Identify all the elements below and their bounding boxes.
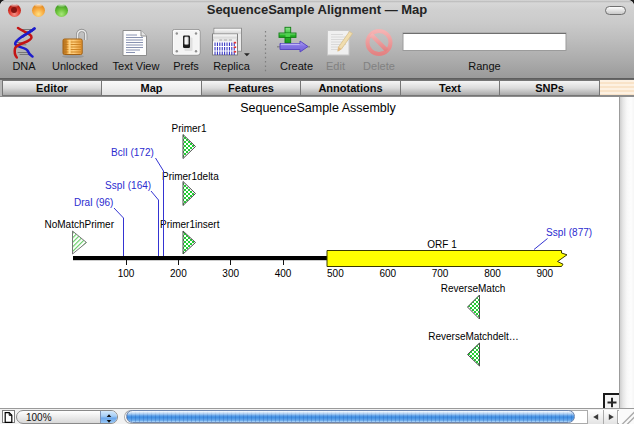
svg-text:400: 400 — [275, 268, 292, 279]
svg-text:NoMatchPrimer: NoMatchPrimer — [45, 219, 115, 230]
svg-text:500: 500 — [327, 268, 344, 279]
svg-text:300: 300 — [222, 268, 239, 279]
svg-text:800: 800 — [484, 268, 501, 279]
svg-text:700: 700 — [432, 268, 449, 279]
svg-text:600: 600 — [379, 268, 396, 279]
svg-text:Primer1insert: Primer1insert — [160, 219, 220, 230]
svg-text:Primer1: Primer1 — [171, 123, 206, 134]
svg-text:BclI (172): BclI (172) — [111, 147, 154, 158]
svg-text:SequenceSample Assembly: SequenceSample Assembly — [240, 101, 396, 115]
svg-text:900: 900 — [536, 268, 553, 279]
svg-text:DraI (96): DraI (96) — [74, 197, 113, 208]
svg-text:SspI (164): SspI (164) — [105, 180, 151, 191]
svg-text:SspI (877): SspI (877) — [546, 227, 592, 238]
svg-text:Primer1delta: Primer1delta — [162, 171, 219, 182]
svg-text:100: 100 — [118, 268, 135, 279]
svg-text:ReverseMatch: ReverseMatch — [441, 283, 505, 294]
svg-text:ORF 1: ORF 1 — [427, 239, 457, 250]
svg-text:ReverseMatchdelt…: ReverseMatchdelt… — [428, 331, 519, 342]
svg-text:200: 200 — [170, 268, 187, 279]
